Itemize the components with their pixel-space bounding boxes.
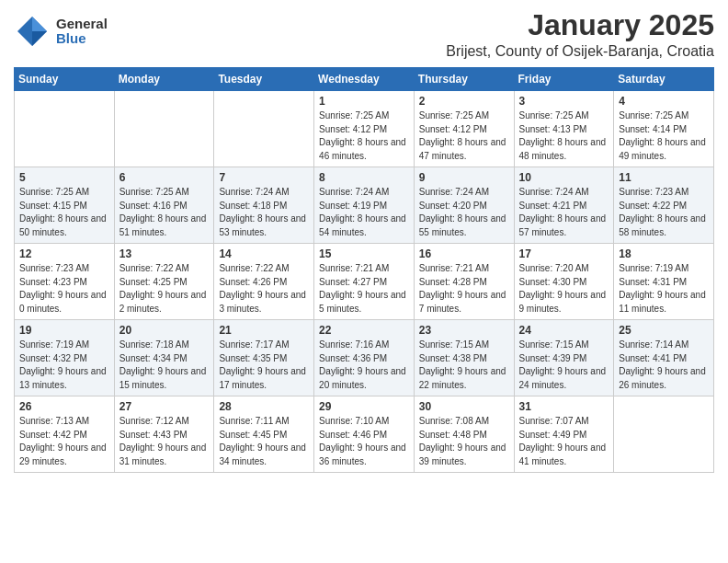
day-number: 15: [319, 247, 409, 260]
day-number: 19: [19, 324, 109, 337]
day-info: Sunrise: 7:21 AMSunset: 4:27 PMDaylight:…: [319, 262, 409, 316]
calendar-cell: 5Sunrise: 7:25 AMSunset: 4:15 PMDaylight…: [15, 167, 115, 244]
calendar-cell: 3Sunrise: 7:25 AMSunset: 4:13 PMDaylight…: [514, 91, 614, 167]
calendar-cell: 13Sunrise: 7:22 AMSunset: 4:25 PMDayligh…: [114, 244, 214, 320]
calendar-cell: 10Sunrise: 7:24 AMSunset: 4:21 PMDayligh…: [514, 167, 614, 244]
col-sunday: Sunday: [15, 68, 115, 91]
week-row-4: 19Sunrise: 7:19 AMSunset: 4:32 PMDayligh…: [15, 320, 714, 396]
calendar-cell: 22Sunrise: 7:16 AMSunset: 4:36 PMDayligh…: [314, 320, 415, 396]
header-row: Sunday Monday Tuesday Wednesday Thursday…: [15, 68, 714, 91]
day-number: 20: [119, 324, 210, 337]
day-info: Sunrise: 7:18 AMSunset: 4:34 PMDaylight:…: [119, 339, 210, 392]
calendar-cell: 23Sunrise: 7:15 AMSunset: 4:38 PMDayligh…: [414, 320, 514, 396]
day-number: 13: [119, 247, 210, 260]
subtitle: Brijest, County of Osijek-Baranja, Croat…: [446, 43, 714, 60]
day-number: 9: [419, 171, 509, 184]
day-info: Sunrise: 7:14 AMSunset: 4:41 PMDaylight:…: [619, 339, 709, 392]
day-number: 21: [219, 324, 309, 337]
title-area: January 2025 Brijest, County of Osijek-B…: [446, 9, 714, 60]
day-info: Sunrise: 7:19 AMSunset: 4:32 PMDaylight:…: [19, 339, 109, 392]
day-number: 10: [519, 171, 609, 184]
day-info: Sunrise: 7:12 AMSunset: 4:43 PMDaylight:…: [119, 415, 210, 468]
day-info: Sunrise: 7:24 AMSunset: 4:19 PMDaylight:…: [319, 186, 409, 239]
calendar-cell: 16Sunrise: 7:21 AMSunset: 4:28 PMDayligh…: [414, 244, 514, 320]
day-number: 30: [419, 400, 509, 413]
day-info: Sunrise: 7:22 AMSunset: 4:25 PMDaylight:…: [119, 262, 210, 316]
calendar-cell: 14Sunrise: 7:22 AMSunset: 4:26 PMDayligh…: [214, 244, 314, 320]
day-number: 26: [19, 400, 109, 413]
calendar-cell: 7Sunrise: 7:24 AMSunset: 4:18 PMDaylight…: [214, 167, 314, 244]
svg-marker-1: [32, 17, 47, 31]
day-info: Sunrise: 7:24 AMSunset: 4:20 PMDaylight:…: [419, 186, 509, 239]
day-number: 3: [519, 95, 609, 108]
calendar-cell: 24Sunrise: 7:15 AMSunset: 4:39 PMDayligh…: [514, 320, 614, 396]
week-row-2: 5Sunrise: 7:25 AMSunset: 4:15 PMDaylight…: [15, 167, 714, 244]
day-info: Sunrise: 7:17 AMSunset: 4:35 PMDaylight:…: [219, 339, 309, 392]
calendar-cell: 17Sunrise: 7:20 AMSunset: 4:30 PMDayligh…: [514, 244, 614, 320]
day-info: Sunrise: 7:25 AMSunset: 4:14 PMDaylight:…: [619, 109, 709, 163]
calendar-cell: 29Sunrise: 7:10 AMSunset: 4:46 PMDayligh…: [314, 396, 415, 473]
calendar-cell: 18Sunrise: 7:19 AMSunset: 4:31 PMDayligh…: [614, 244, 714, 320]
col-friday: Friday: [514, 68, 614, 91]
week-row-3: 12Sunrise: 7:23 AMSunset: 4:23 PMDayligh…: [15, 244, 714, 320]
day-info: Sunrise: 7:24 AMSunset: 4:18 PMDaylight:…: [219, 186, 309, 239]
day-number: 31: [519, 400, 609, 413]
logo-general-text: General: [56, 17, 108, 32]
calendar-cell: 2Sunrise: 7:25 AMSunset: 4:12 PMDaylight…: [414, 91, 514, 167]
day-info: Sunrise: 7:25 AMSunset: 4:13 PMDaylight:…: [519, 109, 609, 163]
day-number: 11: [619, 171, 709, 184]
calendar-cell: [15, 91, 115, 167]
header: General Blue January 2025 Brijest, Count…: [14, 9, 714, 60]
day-info: Sunrise: 7:11 AMSunset: 4:45 PMDaylight:…: [219, 415, 309, 468]
day-number: 25: [619, 324, 709, 337]
col-tuesday: Tuesday: [214, 68, 314, 91]
calendar-cell: 21Sunrise: 7:17 AMSunset: 4:35 PMDayligh…: [214, 320, 314, 396]
day-info: Sunrise: 7:08 AMSunset: 4:48 PMDaylight:…: [419, 415, 509, 468]
day-info: Sunrise: 7:21 AMSunset: 4:28 PMDaylight:…: [419, 262, 509, 316]
logo-blue-text: Blue: [56, 31, 108, 47]
col-wednesday: Wednesday: [314, 68, 415, 91]
logo-icon: [14, 13, 51, 50]
day-info: Sunrise: 7:25 AMSunset: 4:15 PMDaylight:…: [19, 186, 109, 239]
calendar-cell: 20Sunrise: 7:18 AMSunset: 4:34 PMDayligh…: [114, 320, 214, 396]
day-info: Sunrise: 7:07 AMSunset: 4:49 PMDaylight:…: [519, 415, 609, 468]
calendar-cell: 1Sunrise: 7:25 AMSunset: 4:12 PMDaylight…: [314, 91, 415, 167]
calendar-cell: 25Sunrise: 7:14 AMSunset: 4:41 PMDayligh…: [614, 320, 714, 396]
calendar-cell: 26Sunrise: 7:13 AMSunset: 4:42 PMDayligh…: [15, 396, 115, 473]
day-number: 7: [219, 171, 309, 184]
calendar-cell: 8Sunrise: 7:24 AMSunset: 4:19 PMDaylight…: [314, 167, 415, 244]
day-info: Sunrise: 7:19 AMSunset: 4:31 PMDaylight:…: [619, 262, 709, 316]
day-info: Sunrise: 7:22 AMSunset: 4:26 PMDaylight:…: [219, 262, 309, 316]
day-info: Sunrise: 7:23 AMSunset: 4:23 PMDaylight:…: [19, 262, 109, 316]
col-thursday: Thursday: [414, 68, 514, 91]
day-number: 17: [519, 247, 609, 260]
day-number: 23: [419, 324, 509, 337]
calendar-cell: 27Sunrise: 7:12 AMSunset: 4:43 PMDayligh…: [114, 396, 214, 473]
calendar-cell: 15Sunrise: 7:21 AMSunset: 4:27 PMDayligh…: [314, 244, 415, 320]
logo-text: General Blue: [56, 17, 108, 47]
day-info: Sunrise: 7:13 AMSunset: 4:42 PMDaylight:…: [19, 415, 109, 468]
day-info: Sunrise: 7:15 AMSunset: 4:39 PMDaylight:…: [519, 339, 609, 392]
calendar-cell: 30Sunrise: 7:08 AMSunset: 4:48 PMDayligh…: [414, 396, 514, 473]
calendar-cell: [114, 91, 214, 167]
calendar-cell: [614, 396, 714, 473]
day-number: 27: [119, 400, 210, 413]
calendar-cell: [214, 91, 314, 167]
calendar-cell: 19Sunrise: 7:19 AMSunset: 4:32 PMDayligh…: [15, 320, 115, 396]
calendar-cell: 9Sunrise: 7:24 AMSunset: 4:20 PMDaylight…: [414, 167, 514, 244]
calendar-cell: 11Sunrise: 7:23 AMSunset: 4:22 PMDayligh…: [614, 167, 714, 244]
calendar-cell: 12Sunrise: 7:23 AMSunset: 4:23 PMDayligh…: [15, 244, 115, 320]
day-number: 1: [319, 95, 409, 108]
day-number: 4: [619, 95, 709, 108]
page: General Blue January 2025 Brijest, Count…: [0, 0, 728, 563]
col-saturday: Saturday: [614, 68, 714, 91]
week-row-5: 26Sunrise: 7:13 AMSunset: 4:42 PMDayligh…: [15, 396, 714, 473]
day-number: 14: [219, 247, 309, 260]
day-info: Sunrise: 7:25 AMSunset: 4:16 PMDaylight:…: [119, 186, 210, 239]
main-title: January 2025: [446, 9, 714, 41]
calendar-cell: 28Sunrise: 7:11 AMSunset: 4:45 PMDayligh…: [214, 396, 314, 473]
day-number: 5: [19, 171, 109, 184]
calendar-cell: 31Sunrise: 7:07 AMSunset: 4:49 PMDayligh…: [514, 396, 614, 473]
col-monday: Monday: [114, 68, 214, 91]
day-number: 6: [119, 171, 210, 184]
